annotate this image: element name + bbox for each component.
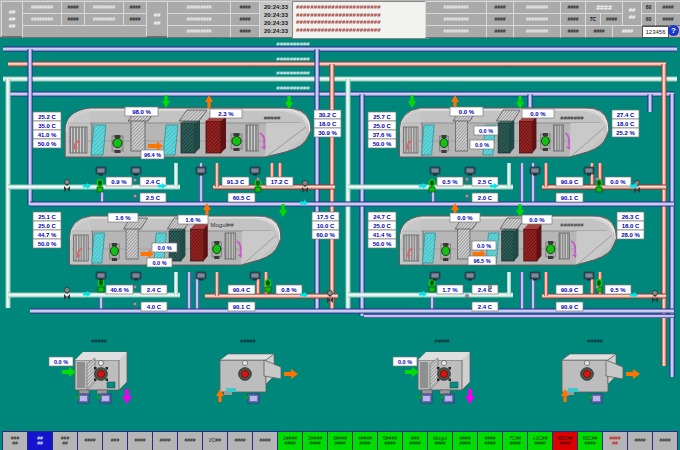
svg-text:50.0 %: 50.0 % [373,241,392,247]
svg-text:##########: ########## [276,41,310,47]
svg-text:0.0 %: 0.0 % [157,245,171,251]
svg-text:10.0 C: 10.0 C [317,223,335,229]
svg-text:90.9 C: 90.9 C [561,304,579,310]
svg-text:40.6 %: 40.6 % [110,287,129,293]
svg-text:0.0 %: 0.0 % [54,359,68,365]
svg-text:#####: ##### [91,338,107,344]
svg-text:25.0 C: 25.0 C [373,223,391,229]
svg-text:#######: ####### [560,115,584,121]
svg-text:30.2 C: 30.2 C [319,112,337,118]
svg-text:44.7 %: 44.7 % [38,232,57,238]
svg-text:18.0 C: 18.0 C [319,121,337,127]
svg-text:25.0 C: 25.0 C [38,223,56,229]
svg-text:17.2 C: 17.2 C [271,179,289,185]
svg-text:25.2 C: 25.2 C [38,114,56,120]
svg-text:2.5 C: 2.5 C [478,179,493,185]
svg-text:#####: ##### [434,338,450,344]
svg-text:2.3 %: 2.3 % [218,111,234,117]
svg-text:0.5 %: 0.5 % [442,179,458,185]
svg-text:90.9 C: 90.9 C [561,179,579,185]
svg-text:90.1 C: 90.1 C [233,304,251,310]
svg-text:18.0 C: 18.0 C [617,121,635,127]
svg-text:Mogul##: Mogul## [210,222,234,228]
svg-text:91.3 C: 91.3 C [227,179,245,185]
svg-text:0.0 %: 0.0 % [459,109,475,115]
svg-text:96.4 %: 96.4 % [144,152,161,158]
svg-text:0.8 %: 0.8 % [281,287,297,293]
svg-text:90.1 C: 90.1 C [561,195,579,201]
svg-text:2.0 C: 2.0 C [478,195,493,201]
svg-text:25.7 C: 25.7 C [373,114,391,120]
svg-text:50.0 %: 50.0 % [38,141,57,147]
svg-text:0.0 %: 0.0 % [457,215,473,221]
svg-text:90.4 C: 90.4 C [233,287,251,293]
svg-text:2.4 C: 2.4 C [146,179,161,185]
svg-text:2.4 C: 2.4 C [147,287,162,293]
svg-text:28.0 %: 28.0 % [621,232,640,238]
svg-text:98.0 %: 98.0 % [132,109,151,115]
svg-text:60.0 %: 60.0 % [316,232,335,238]
svg-text:#######: ####### [560,222,584,228]
svg-text:0.0 %: 0.0 % [475,142,489,148]
svg-text:50.0 %: 50.0 % [373,141,392,147]
svg-text:0.0 %: 0.0 % [479,128,493,134]
svg-text:24.7 C: 24.7 C [373,214,391,220]
svg-text:0.0 %: 0.0 % [477,243,491,249]
svg-text:#####: ##### [587,338,603,344]
svg-text:1.7 %: 1.7 % [442,287,458,293]
svg-text:0.5 %: 0.5 % [610,287,626,293]
svg-text:96.5 %: 96.5 % [473,258,490,264]
svg-text:1.6 %: 1.6 % [185,217,201,223]
svg-text:##########: ########## [276,56,310,62]
svg-text:35.0 C: 35.0 C [38,123,56,129]
svg-text:##########: ########## [276,70,310,76]
svg-text:0.0 %: 0.0 % [610,179,626,185]
svg-text:#####: ##### [264,115,281,121]
svg-text:4.0 C: 4.0 C [147,304,162,310]
svg-text:25.1 C: 25.1 C [38,214,56,220]
svg-text:#####: ##### [240,338,256,344]
svg-text:0.0 %: 0.0 % [529,217,545,223]
svg-text:41.0 %: 41.0 % [38,132,57,138]
svg-text:25.2 %: 25.2 % [616,130,635,136]
svg-text:2.4 C: 2.4 C [478,304,493,310]
svg-text:18.0 C: 18.0 C [622,223,640,229]
svg-text:0.0 %: 0.0 % [152,260,166,266]
svg-text:26.3 C: 26.3 C [622,214,640,220]
svg-text:17.5 C: 17.5 C [317,214,335,220]
svg-text:0.0 %: 0.0 % [398,359,412,365]
svg-text:25.0 C: 25.0 C [373,123,391,129]
svg-text:41.4 %: 41.4 % [373,232,392,238]
svg-text:0.0 %: 0.0 % [530,111,546,117]
svg-text:30.9 %: 30.9 % [318,130,337,136]
svg-text:27.4 C: 27.4 C [617,112,635,118]
svg-text:60.5 C: 60.5 C [233,195,251,201]
svg-text:2.5 C: 2.5 C [146,195,161,201]
svg-text:90.9 C: 90.9 C [561,287,579,293]
svg-text:37.6 %: 37.6 % [373,132,392,138]
svg-text:50.0 %: 50.0 % [38,241,57,247]
svg-text:##########: ########## [276,85,310,91]
svg-text:0.9 %: 0.9 % [111,179,127,185]
svg-text:1.6 %: 1.6 % [115,215,131,221]
